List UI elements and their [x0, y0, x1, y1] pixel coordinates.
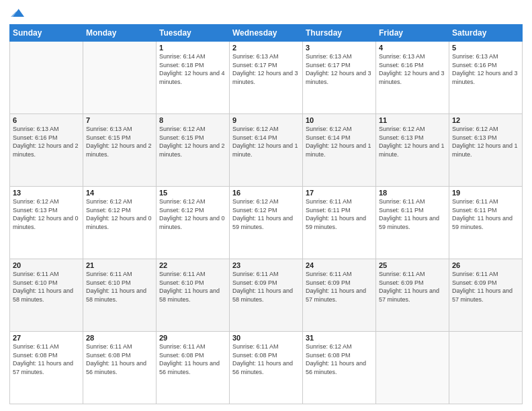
day-info: Sunrise: 6:12 AM Sunset: 6:12 PM Dayligh… — [159, 197, 226, 231]
day-number: 9 — [232, 116, 300, 124]
day-number: 31 — [306, 334, 373, 342]
day-info: Sunrise: 6:13 AM Sunset: 6:17 PM Dayligh… — [232, 52, 300, 86]
day-cell: 11Sunrise: 6:12 AM Sunset: 6:13 PM Dayli… — [376, 114, 449, 187]
day-cell: 7Sunrise: 6:13 AM Sunset: 6:15 PM Daylig… — [83, 114, 157, 187]
col-header-wednesday: Wednesday — [230, 25, 303, 42]
day-cell: 30Sunrise: 6:11 AM Sunset: 6:08 PM Dayli… — [230, 332, 303, 404]
day-info: Sunrise: 6:11 AM Sunset: 6:11 PM Dayligh… — [306, 197, 373, 231]
day-number: 25 — [379, 261, 446, 269]
day-number: 30 — [232, 334, 300, 342]
day-info: Sunrise: 6:11 AM Sunset: 6:11 PM Dayligh… — [452, 197, 519, 231]
day-info: Sunrise: 6:13 AM Sunset: 6:16 PM Dayligh… — [13, 125, 80, 158]
day-info: Sunrise: 6:11 AM Sunset: 6:08 PM Dayligh… — [86, 342, 153, 376]
day-info: Sunrise: 6:11 AM Sunset: 6:09 PM Dayligh… — [452, 270, 519, 304]
day-cell: 21Sunrise: 6:11 AM Sunset: 6:10 PM Dayli… — [83, 259, 157, 332]
day-number: 12 — [452, 116, 519, 124]
day-number: 14 — [86, 189, 153, 197]
day-cell: 2Sunrise: 6:13 AM Sunset: 6:17 PM Daylig… — [230, 42, 303, 114]
day-number: 28 — [86, 334, 153, 342]
col-header-saturday: Saturday — [449, 25, 523, 42]
day-info: Sunrise: 6:12 AM Sunset: 6:15 PM Dayligh… — [159, 125, 226, 158]
day-cell — [449, 332, 523, 404]
col-header-monday: Monday — [83, 25, 157, 42]
day-cell: 14Sunrise: 6:12 AM Sunset: 6:12 PM Dayli… — [83, 187, 157, 259]
day-info: Sunrise: 6:11 AM Sunset: 6:09 PM Dayligh… — [306, 270, 373, 304]
day-info: Sunrise: 6:11 AM Sunset: 6:09 PM Dayligh… — [379, 270, 446, 304]
day-number: 4 — [379, 44, 446, 52]
header — [9, 7, 523, 20]
week-row-2: 6Sunrise: 6:13 AM Sunset: 6:16 PM Daylig… — [10, 114, 523, 187]
day-info: Sunrise: 6:12 AM Sunset: 6:08 PM Dayligh… — [306, 342, 373, 376]
day-number: 15 — [159, 189, 226, 197]
day-info: Sunrise: 6:13 AM Sunset: 6:15 PM Dayligh… — [86, 125, 153, 158]
logo-icon — [11, 7, 24, 20]
day-number: 29 — [159, 334, 226, 342]
day-info: Sunrise: 6:12 AM Sunset: 6:14 PM Dayligh… — [306, 125, 373, 158]
header-row: SundayMondayTuesdayWednesdayThursdayFrid… — [10, 25, 523, 42]
day-cell: 15Sunrise: 6:12 AM Sunset: 6:12 PM Dayli… — [157, 187, 230, 259]
day-number: 17 — [306, 189, 373, 197]
day-number: 5 — [452, 44, 519, 52]
col-header-friday: Friday — [376, 25, 449, 42]
day-info: Sunrise: 6:11 AM Sunset: 6:11 PM Dayligh… — [379, 197, 446, 231]
day-cell: 9Sunrise: 6:12 AM Sunset: 6:14 PM Daylig… — [230, 114, 303, 187]
week-row-3: 13Sunrise: 6:12 AM Sunset: 6:13 PM Dayli… — [10, 187, 523, 259]
day-cell: 27Sunrise: 6:11 AM Sunset: 6:08 PM Dayli… — [10, 332, 83, 404]
day-info: Sunrise: 6:11 AM Sunset: 6:08 PM Dayligh… — [232, 342, 300, 376]
day-number: 2 — [232, 44, 300, 52]
day-cell: 23Sunrise: 6:11 AM Sunset: 6:09 PM Dayli… — [230, 259, 303, 332]
col-header-sunday: Sunday — [10, 25, 83, 42]
day-number: 8 — [159, 116, 226, 124]
day-number: 23 — [232, 261, 300, 269]
day-cell: 26Sunrise: 6:11 AM Sunset: 6:09 PM Dayli… — [449, 259, 523, 332]
day-cell — [10, 42, 83, 114]
week-row-1: 1Sunrise: 6:14 AM Sunset: 6:18 PM Daylig… — [10, 42, 523, 114]
day-cell: 24Sunrise: 6:11 AM Sunset: 6:09 PM Dayli… — [303, 259, 376, 332]
day-info: Sunrise: 6:11 AM Sunset: 6:10 PM Dayligh… — [13, 270, 80, 304]
day-number: 22 — [159, 261, 226, 269]
day-cell: 13Sunrise: 6:12 AM Sunset: 6:13 PM Dayli… — [10, 187, 83, 259]
day-info: Sunrise: 6:12 AM Sunset: 6:13 PM Dayligh… — [13, 197, 80, 231]
week-row-5: 27Sunrise: 6:11 AM Sunset: 6:08 PM Dayli… — [10, 332, 523, 404]
day-info: Sunrise: 6:11 AM Sunset: 6:10 PM Dayligh… — [159, 270, 226, 304]
day-cell: 25Sunrise: 6:11 AM Sunset: 6:09 PM Dayli… — [376, 259, 449, 332]
week-row-4: 20Sunrise: 6:11 AM Sunset: 6:10 PM Dayli… — [10, 259, 523, 332]
calendar-table: SundayMondayTuesdayWednesdayThursdayFrid… — [9, 24, 523, 404]
day-info: Sunrise: 6:12 AM Sunset: 6:14 PM Dayligh… — [232, 125, 300, 158]
day-number: 11 — [379, 116, 446, 124]
day-number: 16 — [232, 189, 300, 197]
day-number: 18 — [379, 189, 446, 197]
day-cell — [376, 332, 449, 404]
day-cell: 18Sunrise: 6:11 AM Sunset: 6:11 PM Dayli… — [376, 187, 449, 259]
day-info: Sunrise: 6:13 AM Sunset: 6:16 PM Dayligh… — [452, 52, 519, 86]
day-info: Sunrise: 6:14 AM Sunset: 6:18 PM Dayligh… — [159, 52, 226, 86]
day-number: 26 — [452, 261, 519, 269]
day-cell: 3Sunrise: 6:13 AM Sunset: 6:17 PM Daylig… — [303, 42, 376, 114]
day-cell: 8Sunrise: 6:12 AM Sunset: 6:15 PM Daylig… — [157, 114, 230, 187]
col-header-tuesday: Tuesday — [157, 25, 230, 42]
day-info: Sunrise: 6:11 AM Sunset: 6:08 PM Dayligh… — [13, 342, 80, 376]
day-cell — [83, 42, 157, 114]
day-info: Sunrise: 6:11 AM Sunset: 6:10 PM Dayligh… — [86, 270, 153, 304]
day-cell: 12Sunrise: 6:12 AM Sunset: 6:13 PM Dayli… — [449, 114, 523, 187]
day-number: 7 — [86, 116, 153, 124]
day-number: 1 — [159, 44, 226, 52]
day-number: 20 — [13, 261, 80, 269]
day-number: 19 — [452, 189, 519, 197]
day-info: Sunrise: 6:12 AM Sunset: 6:13 PM Dayligh… — [452, 125, 519, 158]
day-cell: 29Sunrise: 6:11 AM Sunset: 6:08 PM Dayli… — [157, 332, 230, 404]
day-number: 13 — [13, 189, 80, 197]
logo-area — [9, 7, 24, 20]
day-info: Sunrise: 6:13 AM Sunset: 6:16 PM Dayligh… — [379, 52, 446, 86]
day-cell: 17Sunrise: 6:11 AM Sunset: 6:11 PM Dayli… — [303, 187, 376, 259]
day-info: Sunrise: 6:12 AM Sunset: 6:13 PM Dayligh… — [379, 125, 446, 158]
day-number: 6 — [13, 116, 80, 124]
logo — [9, 7, 24, 20]
day-cell: 16Sunrise: 6:12 AM Sunset: 6:12 PM Dayli… — [230, 187, 303, 259]
page: SundayMondayTuesdayWednesdayThursdayFrid… — [0, 0, 532, 411]
day-number: 3 — [306, 44, 373, 52]
day-cell: 19Sunrise: 6:11 AM Sunset: 6:11 PM Dayli… — [449, 187, 523, 259]
day-info: Sunrise: 6:13 AM Sunset: 6:17 PM Dayligh… — [306, 52, 373, 86]
day-number: 21 — [86, 261, 153, 269]
day-cell: 31Sunrise: 6:12 AM Sunset: 6:08 PM Dayli… — [303, 332, 376, 404]
